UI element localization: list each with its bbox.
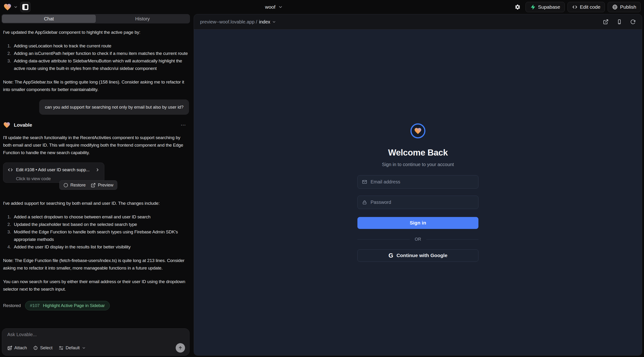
- refresh-icon: [630, 19, 636, 25]
- preview-content: Welcome Back Sign in to continue to your…: [194, 29, 642, 355]
- lovable-heart-avatar: [3, 121, 10, 129]
- publish-label: Publish: [620, 4, 636, 10]
- assistant-paragraph: I'll update the search functionality in …: [3, 134, 189, 156]
- app-logo: [410, 124, 426, 138]
- google-sign-in-button[interactable]: G Continue with Google: [358, 249, 478, 262]
- settings-button[interactable]: [512, 2, 523, 12]
- or-label: OR: [415, 237, 421, 242]
- sidebar-toggle-button[interactable]: [20, 2, 30, 12]
- list-item: 1.Added a select dropdown to choose betw…: [6, 213, 189, 221]
- list-item: 3.Modified the Edge Function to handle b…: [6, 228, 189, 243]
- preview-panel: preview--woof.lovable.app / index: [194, 14, 642, 356]
- publish-button[interactable]: Publish: [608, 2, 641, 12]
- assistant-header: Lovable ⋯: [3, 121, 189, 129]
- send-arrow-up-icon: [178, 346, 183, 350]
- attach-button[interactable]: Attach: [7, 345, 27, 350]
- chevron-down-icon: [14, 5, 18, 9]
- list-item: 1.Adding useLocation hook to track the c…: [6, 42, 189, 50]
- email-input[interactable]: [370, 179, 474, 184]
- supabase-bolt-icon: [530, 4, 536, 10]
- attach-image-icon: [7, 346, 12, 350]
- refresh-button[interactable]: [630, 19, 636, 25]
- edit-code-label: Edit code: [580, 4, 600, 10]
- restored-row: Restored #107 Highlight Active Page in S…: [3, 301, 189, 310]
- edit-card-title: Edit #108 • Add user ID search supp...: [16, 166, 90, 174]
- project-name: woof: [265, 4, 275, 10]
- version-id: #107: [30, 302, 40, 310]
- chat-panel: Chat History I've updated the AppSidebar…: [0, 14, 191, 357]
- project-title-menu[interactable]: woof: [265, 0, 283, 14]
- preview-url: preview--woof.lovable.app /: [200, 19, 257, 25]
- panel-left-icon: [22, 4, 28, 10]
- gear-icon: [514, 4, 521, 10]
- preview-button[interactable]: Preview: [91, 181, 113, 189]
- restore-history-icon: [63, 183, 68, 188]
- assistant-paragraph: I've added support for searching by both…: [3, 200, 189, 207]
- assistant-note: Note: The Edge Function file (fetch-fire…: [3, 257, 189, 272]
- lock-icon: [362, 200, 367, 205]
- google-button-label: Continue with Google: [396, 252, 448, 258]
- or-divider: OR: [358, 237, 478, 242]
- preview-header: preview--woof.lovable.app / index: [194, 14, 642, 29]
- password-input[interactable]: [370, 200, 474, 205]
- supabase-button[interactable]: Supabase: [526, 2, 565, 12]
- email-field[interactable]: [358, 175, 478, 188]
- supabase-label: Supabase: [538, 4, 560, 10]
- chevron-down-icon: [278, 5, 283, 10]
- password-field[interactable]: [358, 196, 478, 209]
- sign-in-button[interactable]: Sign in: [358, 217, 478, 229]
- restored-version-pill[interactable]: #107 Highlight Active Page in Sidebar: [25, 301, 110, 310]
- auth-subtitle: Sign in to continue to your account: [382, 162, 454, 167]
- code-brackets-icon: [572, 4, 578, 10]
- edit-version-card[interactable]: Edit #108 • Add user ID search supp... C…: [3, 162, 104, 183]
- tab-history[interactable]: History: [96, 15, 189, 23]
- select-target-icon: [33, 346, 38, 350]
- list-item: 2.Adding an isCurrentPath helper functio…: [6, 50, 189, 57]
- assistant-name: Lovable: [14, 121, 32, 129]
- select-button[interactable]: Select: [33, 345, 52, 350]
- chevron-down-icon: [272, 20, 276, 24]
- composer: Attach Select Default: [2, 328, 190, 356]
- tab-chat[interactable]: Chat: [2, 15, 96, 23]
- list-item: 3.Adding data-active attribute to Sideba…: [6, 57, 189, 72]
- assistant-paragraph: I've updated the AppSidebar component to…: [3, 28, 189, 36]
- external-link-icon: [603, 19, 608, 25]
- chevron-down-icon: [82, 346, 86, 350]
- chat-history-tabs: Chat History: [2, 14, 190, 24]
- external-link-icon: [91, 183, 96, 188]
- sliders-icon: [59, 346, 64, 350]
- auth-title: Welcome Back: [388, 148, 448, 158]
- preview-url-selector[interactable]: preview--woof.lovable.app / index: [200, 19, 276, 25]
- restore-button[interactable]: Restore: [63, 181, 86, 189]
- lovable-logo-menu[interactable]: [3, 3, 18, 11]
- preview-page: index: [259, 19, 270, 25]
- google-g-icon: G: [388, 252, 393, 259]
- list-item: 2.Updated the placeholder text based on …: [6, 221, 189, 228]
- user-message-bubble: can you add support for searching not on…: [39, 100, 189, 115]
- user-message-row: can you add support for searching not on…: [3, 100, 189, 115]
- globe-icon: [612, 4, 618, 10]
- chevron-right-icon: [95, 168, 100, 172]
- numbered-list: 1.Added a select dropdown to choose betw…: [6, 213, 189, 251]
- mode-selector[interactable]: Default: [59, 345, 86, 350]
- restored-label: Restored: [3, 302, 21, 310]
- heart-logo-icon: [414, 127, 422, 135]
- assistant-paragraph: You can now search for users by either t…: [3, 278, 189, 293]
- list-item: 4.Added the user ID display in the resul…: [6, 243, 189, 251]
- auth-card: Welcome Back Sign in to continue to your…: [358, 124, 478, 262]
- top-bar: woof Supabase Edit code Publish: [0, 0, 644, 14]
- edit-code-button[interactable]: Edit code: [568, 2, 605, 12]
- mail-icon: [362, 179, 367, 184]
- version-title: Highlight Active Page in Sidebar: [43, 302, 105, 310]
- assistant-note: Note: The AppSidebar.tsx file is getting…: [3, 78, 189, 93]
- chat-messages[interactable]: I've updated the AppSidebar component to…: [0, 24, 191, 326]
- edit-card-wrapper: Edit #108 • Add user ID search supp... C…: [3, 162, 189, 190]
- lovable-heart-icon: [3, 3, 12, 11]
- send-button[interactable]: [176, 343, 185, 352]
- mobile-device-icon: [616, 19, 622, 25]
- message-menu-button[interactable]: ⋯: [180, 121, 186, 129]
- code-brackets-icon: [8, 167, 13, 173]
- chat-input[interactable]: [7, 332, 185, 337]
- open-in-new-tab-button[interactable]: [603, 19, 608, 25]
- mobile-view-button[interactable]: [616, 19, 622, 25]
